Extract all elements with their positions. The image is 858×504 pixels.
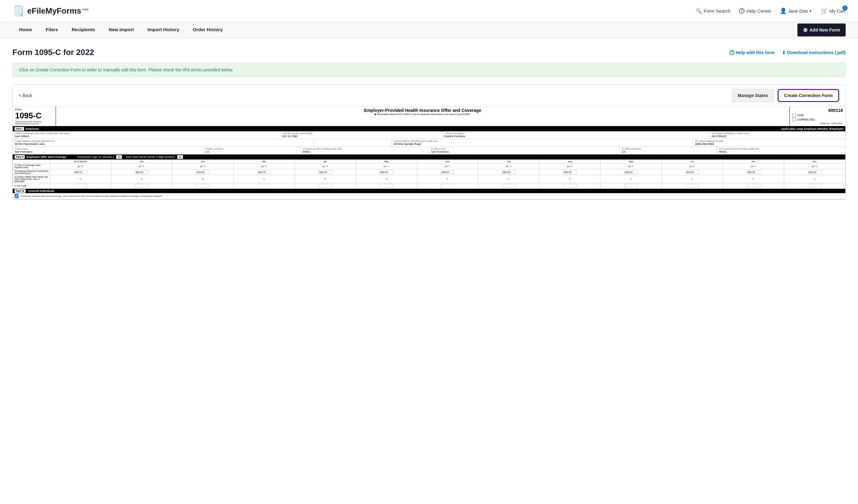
row17-dec xyxy=(784,183,845,189)
row17-feb-input[interactable] xyxy=(196,184,209,188)
part1-title: Employee xyxy=(26,127,39,130)
row15-sept-input[interactable] xyxy=(624,170,638,174)
add-new-form-label: Add New Form xyxy=(809,28,840,32)
row16-all12-edit[interactable]: ✎ xyxy=(79,178,82,180)
row16-all12: ✎ xyxy=(50,175,111,183)
row14-all12-edit[interactable]: ✎ xyxy=(81,165,83,168)
add-new-form-button[interactable]: ⊕ Add New Form xyxy=(797,23,846,36)
nav-import-history[interactable]: Import History xyxy=(141,22,186,38)
row15-all12-input[interactable] xyxy=(74,170,87,174)
col-sept: Sept xyxy=(601,160,662,163)
nav-filers[interactable]: Filers xyxy=(39,22,65,38)
cart-nav[interactable]: 🛒 0 My Cart xyxy=(821,7,846,14)
row15-nov-input[interactable] xyxy=(747,170,760,174)
row17-dec-input[interactable] xyxy=(808,184,822,188)
row16-apr-edit[interactable]: ✎ xyxy=(324,178,327,180)
row15-apr-input[interactable] xyxy=(318,170,332,174)
row16-feb-edit[interactable]: ✎ xyxy=(202,178,204,180)
row14-mar-edit[interactable]: ✎ xyxy=(265,165,267,168)
row17-aug-input[interactable] xyxy=(563,184,577,188)
row16-june-edit[interactable]: ✎ xyxy=(446,178,448,180)
back-link[interactable]: < Back xyxy=(19,93,32,98)
row14-june-edit[interactable]: ✎ xyxy=(448,165,451,168)
row15-mar-input[interactable] xyxy=(257,170,271,174)
row14-jan: 1C ✎ xyxy=(111,163,172,169)
form-void-block: 600118 VOID CORRECTED OMB No. 1545-2251 xyxy=(790,107,845,126)
row16-nov-edit[interactable]: ✎ xyxy=(752,178,754,180)
row15-feb xyxy=(172,169,233,175)
part3-checkbox[interactable] xyxy=(15,194,18,198)
row14-dec-edit[interactable]: ✎ xyxy=(815,165,817,168)
nav-recipients[interactable]: Recipients xyxy=(65,22,102,38)
help-center-nav[interactable]: ? Help Center xyxy=(739,8,771,14)
row16-may-edit[interactable]: ✎ xyxy=(385,178,387,180)
row16-aug: ✎ xyxy=(539,175,601,183)
part1-row1: 1 Name of employee (first name, middle i… xyxy=(13,131,845,139)
row16-dec-edit[interactable]: ✎ xyxy=(813,178,816,180)
row16-mar: ✎ xyxy=(233,175,295,183)
row16-oct-edit[interactable]: ✎ xyxy=(691,178,693,180)
corrected-checkbox[interactable] xyxy=(792,118,796,121)
row15-aug-input[interactable] xyxy=(563,170,577,174)
nav-home[interactable]: Home xyxy=(12,22,39,38)
row15-jan xyxy=(111,169,172,175)
row17-june-input[interactable] xyxy=(441,184,454,188)
row17-mar-input[interactable] xyxy=(257,184,271,188)
help-with-form-link[interactable]: ? Help with this form xyxy=(729,50,775,55)
row15-dec-input[interactable] xyxy=(808,170,822,174)
row14-nov-edit[interactable]: ✎ xyxy=(754,165,756,168)
row16-july: ✎ xyxy=(478,175,539,183)
form-header-row: Form 1095-C Department of the Treasury I… xyxy=(13,107,845,126)
row14-all12-code: 1C xyxy=(78,165,81,168)
logo-efile: eFileMyForms.com xyxy=(27,6,89,16)
row16-mar-edit[interactable]: ✎ xyxy=(263,178,265,180)
row16-aug-edit[interactable]: ✎ xyxy=(569,178,571,180)
row17-apr-input[interactable] xyxy=(318,184,332,188)
row14-july-edit[interactable]: ✎ xyxy=(510,165,512,168)
row16-nov: ✎ xyxy=(723,175,784,183)
manage-states-button[interactable]: Manage States xyxy=(732,89,774,102)
state-label: 5 State or province xyxy=(205,148,299,150)
download-instructions-link[interactable]: ⬇ Download instructions (.pdf) xyxy=(782,50,846,55)
row14-apr-edit[interactable]: ✎ xyxy=(326,165,328,168)
ssn-label: 2 Social security number (SSN) xyxy=(282,132,441,134)
col-oct: Oct xyxy=(662,160,723,163)
row15-may-input[interactable] xyxy=(380,170,393,174)
row14-jan-edit[interactable]: ✎ xyxy=(142,165,145,168)
row17-all12-input[interactable] xyxy=(74,184,87,188)
question-circle-icon: ? xyxy=(729,50,734,55)
col-header-empty xyxy=(13,160,50,163)
nav-order-history[interactable]: Order History xyxy=(186,22,229,38)
void-checkbox[interactable] xyxy=(792,113,796,117)
row16-jan-edit[interactable]: ✎ xyxy=(141,178,143,180)
row15-feb-input[interactable] xyxy=(196,170,209,174)
street-cell: 3 Street address (including apartment no… xyxy=(13,139,314,146)
page-title: Form 1095-C for 2022 xyxy=(12,48,94,57)
row17-sept-input[interactable] xyxy=(624,184,638,188)
row14-may-edit[interactable]: ✎ xyxy=(387,165,390,168)
row14-feb-edit[interactable]: ✎ xyxy=(204,165,206,168)
row17-nov-input[interactable] xyxy=(747,184,760,188)
row15-oct-input[interactable] xyxy=(685,170,699,174)
plus-icon: ⊕ xyxy=(803,27,808,33)
row15-june-input[interactable] xyxy=(441,170,454,174)
row14-sept-edit[interactable]: ✎ xyxy=(632,165,634,168)
row15-july-input[interactable] xyxy=(502,170,515,174)
row17-may-input[interactable] xyxy=(380,184,393,188)
row14-feb: 1C ✎ xyxy=(172,163,233,169)
row14-aug-edit[interactable]: ✎ xyxy=(571,165,573,168)
row16-sept-edit[interactable]: ✎ xyxy=(630,178,632,180)
create-correction-form-button[interactable]: Create Correction Form xyxy=(778,89,839,102)
nav-new-import[interactable]: New Import xyxy=(102,22,141,38)
row17-july-input[interactable] xyxy=(502,184,515,188)
employer-street-cell: 9 Street address (including room or suit… xyxy=(392,139,693,146)
row16-july-edit[interactable]: ✎ xyxy=(508,178,510,180)
row17-may xyxy=(356,183,417,189)
row17-jan-input[interactable] xyxy=(135,184,148,188)
row14-oct-edit[interactable]: ✎ xyxy=(693,165,695,168)
row17-oct-input[interactable] xyxy=(685,184,699,188)
row17-sept xyxy=(601,183,662,189)
row15-jan-input[interactable] xyxy=(135,170,148,174)
user-nav[interactable]: 👤 Jane Doe ▼ xyxy=(780,7,812,14)
form-search-nav[interactable]: 🔍 Form Search xyxy=(696,8,731,14)
